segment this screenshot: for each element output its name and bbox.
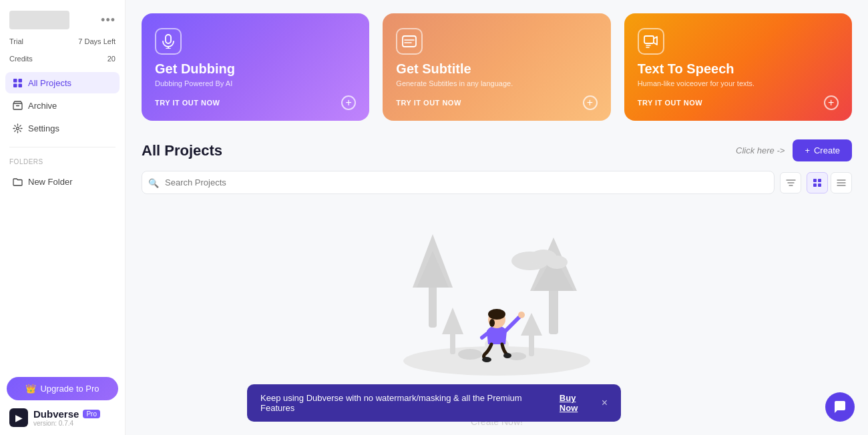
list-view-button[interactable] [831,172,852,193]
folders-label: FOLDERS [0,151,125,168]
svg-rect-21 [818,183,821,187]
sidebar-item-settings[interactable]: Settings [5,117,120,139]
brand-version: version: 0.7.4 [33,420,100,427]
svg-rect-1 [18,79,22,83]
upgrade-button[interactable]: 👑 Upgrade to Pro [7,377,118,400]
projects-icon [12,77,23,88]
tts-card-plus-icon: + [824,95,839,110]
main-content: Get Dubbing Dubbing Powered By AI TRY IT… [126,0,868,435]
svg-rect-12 [644,36,654,43]
svg-point-43 [488,309,505,320]
microphone-icon [161,34,176,49]
sidebar-item-label: Settings [28,123,59,133]
svg-rect-26 [429,281,437,328]
banner-text: Keep using Dubverse with no watermark/ma… [260,393,554,413]
svg-rect-18 [813,179,817,182]
svg-rect-9 [403,36,416,47]
svg-point-48 [482,357,491,362]
search-input-wrap: 🔍 [142,171,775,194]
projects-header: All Projects Click here -> + Create [142,139,852,161]
archive-icon [12,100,23,111]
sidebar-item-all-projects[interactable]: All Projects [5,72,120,93]
tts-card-subtitle: Human-like voiceover for your texts. [638,79,839,87]
brand-pro-badge: Pro [83,410,100,418]
dubbing-card[interactable]: Get Dubbing Dubbing Powered By AI TRY IT… [142,13,369,121]
tts-card-cta: TRY IT OUT NOW [638,99,702,107]
sidebar-nav: All Projects Archive Settings [0,69,125,143]
create-button[interactable]: + Create [793,139,852,161]
plus-icon: + [805,145,810,155]
svg-point-49 [503,353,511,358]
tts-card-icon-wrap [638,28,664,55]
svg-rect-0 [13,79,17,83]
svg-point-44 [489,319,495,327]
logo-placeholder [9,11,69,29]
new-folder-label: New Folder [28,177,72,187]
credits-info: Credits 20 [0,52,125,69]
brand-info: Dubverse Pro version: 0.7.4 [33,408,100,427]
sidebar-item-label: Archive [28,101,57,111]
dubbing-card-plus-icon: + [341,95,356,110]
view-controls [807,172,852,193]
chat-bubble[interactable] [825,392,855,422]
subtitle-card-cta: TRY IT OUT NOW [396,99,461,107]
click-hint: Click here -> [736,145,785,155]
banner-close-icon[interactable]: × [602,397,608,409]
sidebar-top: ••• [0,0,125,35]
svg-rect-6 [166,35,171,43]
svg-rect-29 [549,284,558,334]
subtitle-card-plus-icon: + [583,95,598,110]
create-label: Create [814,145,840,155]
notification-banner: Keep using Dubverse with no watermark/ma… [247,384,621,422]
svg-point-5 [16,127,19,129]
sidebar-item-label: All Projects [28,78,71,88]
dubbing-card-title: Get Dubbing [155,61,356,77]
projects-title: All Projects [142,142,222,159]
menu-dots-icon[interactable]: ••• [101,13,116,27]
svg-rect-3 [18,83,22,87]
svg-line-47 [482,333,488,338]
subtitle-card[interactable]: Get Subtitle Generate Subtitles in any l… [383,13,610,121]
sidebar-item-archive[interactable]: Archive [5,95,120,116]
svg-line-45 [505,316,520,331]
subtitle-card-title: Get Subtitle [396,61,597,77]
search-row: 🔍 [142,171,852,194]
svg-point-46 [518,312,525,318]
crown-icon: 👑 [25,384,36,394]
brand-row: ▶ Dubverse Pro version: 0.7.4 [7,408,118,427]
trial-label: Trial [9,37,23,45]
subtitle-card-footer: TRY IT OUT NOW + [396,95,597,110]
trial-days: 7 Days Left [78,37,116,45]
tts-card[interactable]: Text To Speech Human-like voiceover for … [624,13,852,121]
tts-card-footer: TRY IT OUT NOW + [638,95,839,110]
filter-icon [786,177,796,187]
grid-icon [813,178,822,187]
dubbing-card-footer: TRY IT OUT NOW + [155,95,356,110]
tts-icon [644,34,658,49]
credits-label: Credits [9,55,33,63]
svg-point-34 [546,256,568,269]
sidebar-item-new-folder[interactable]: New Folder [5,171,120,192]
svg-rect-19 [818,179,821,182]
subtitle-icon [402,34,417,49]
buy-now-link[interactable]: Buy Now [560,393,596,413]
credits-value: 20 [107,55,116,63]
filter-button[interactable] [780,172,801,193]
trial-info: Trial 7 Days Left [0,35,125,52]
sidebar-divider [9,147,116,147]
grid-view-button[interactable] [807,172,828,193]
folder-icon [12,176,23,187]
svg-rect-20 [813,183,817,187]
brand-name: Dubverse [33,408,79,420]
tts-card-title: Text To Speech [638,61,839,77]
subtitle-card-icon-wrap [396,28,423,55]
empty-illustration [383,221,610,381]
svg-rect-4 [13,103,22,109]
upgrade-label: Upgrade to Pro [40,384,99,394]
svg-point-39 [458,349,482,360]
search-input[interactable] [142,171,775,194]
feature-cards: Get Dubbing Dubbing Powered By AI TRY IT… [142,13,852,121]
new-folder-section: New Folder [0,168,125,196]
subtitle-card-subtitle: Generate Subtitles in any language. [396,79,597,87]
svg-rect-2 [13,83,17,87]
